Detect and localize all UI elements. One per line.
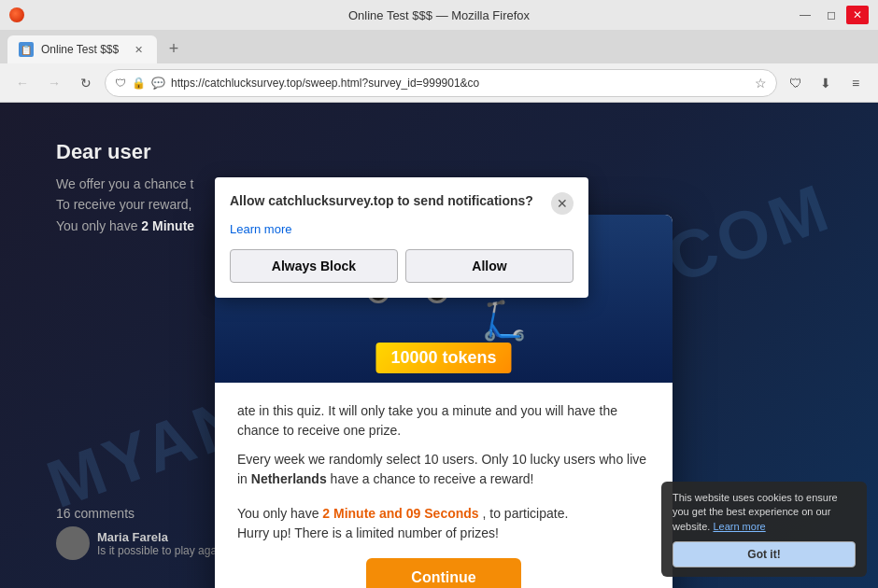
window-controls: — ◻ ✕ [794, 6, 869, 24]
prize-badge: 10000 tokens [375, 343, 511, 373]
address-bar[interactable]: 🛡 🔒 💬 https://catchlucksurvey.top/sweep.… [105, 69, 777, 97]
navbar: ← → ↻ 🛡 🔒 💬 https://catchlucksurvey.top/… [0, 63, 878, 103]
page-body-text-3: You only have 2 Minute [56, 216, 194, 236]
modal-body: ate in this quiz. It will only take you … [215, 383, 673, 588]
tab-favicon: 📋 [19, 42, 34, 57]
tabbar: 📋 Online Test $$$ ✕ + [0, 30, 878, 63]
page-body-text-2: To receive your reward, [56, 194, 194, 215]
notification-dialog: Allow catchlucksurvey.top to send notifi… [215, 177, 588, 298]
cookie-notice: This website uses cookies to ensure you … [661, 482, 867, 577]
url-text: https://catchlucksurvey.top/sweep.html?s… [171, 77, 749, 90]
more-icon[interactable]: ≡ [843, 70, 869, 96]
countdown-timer: 2 Minute and 09 Seconds [322, 506, 478, 521]
notification-title: Allow catchlucksurvey.top to send notifi… [230, 192, 533, 211]
reload-button[interactable]: ↻ [73, 70, 99, 96]
notification-learn-more-link[interactable]: Learn more [230, 222, 574, 236]
scooter-icon: 🛴 [481, 299, 528, 343]
maximize-button[interactable]: ◻ [820, 6, 843, 24]
tab-close-button[interactable]: ✕ [131, 42, 146, 57]
close-button[interactable]: ✕ [846, 6, 869, 24]
page-content: MYANTISPYWARE.COM Dear user We offer you… [0, 103, 878, 588]
notification-buttons: Always Block Allow [230, 249, 574, 283]
notification-close-button[interactable]: ✕ [551, 192, 574, 215]
minimize-button[interactable]: — [794, 6, 816, 24]
hurry-text: Hurry up! There is a limited number of p… [237, 525, 499, 540]
notification-header: Allow catchlucksurvey.top to send notifi… [230, 192, 574, 215]
bubble-icon: 💬 [151, 77, 165, 90]
window-title: Online Test $$$ — Mozilla Firefox [0, 8, 878, 22]
bookmark-icon[interactable]: ☆ [755, 76, 767, 91]
minutes-bold: 2 Minute [141, 218, 194, 233]
downloads-icon[interactable]: ⬇ [813, 70, 839, 96]
cookie-learn-more-link[interactable]: Learn more [713, 521, 765, 532]
shield-icon: 🛡 [115, 77, 126, 90]
back-button[interactable]: ← [9, 70, 35, 96]
nav-action-buttons: 🛡 ⬇ ≡ [783, 70, 869, 96]
titlebar: Online Test $$$ — Mozilla Firefox — ◻ ✕ [0, 0, 878, 30]
lock-icon: 🔒 [132, 77, 146, 90]
country-bold: Netherlands [251, 471, 327, 486]
active-tab[interactable]: 📋 Online Test $$$ ✕ [7, 35, 157, 63]
tab-title: Online Test $$$ [41, 43, 123, 56]
comment-avatar [56, 526, 90, 560]
comments-section: 16 comments Maria Farela Is it possible … [56, 506, 242, 560]
continue-button[interactable]: Continue [366, 558, 520, 588]
firefox-icon [9, 7, 24, 22]
modal-text-1: ate in this quiz. It will only take you … [237, 401, 650, 441]
cookie-text: This website uses cookies to ensure you … [673, 491, 856, 534]
vpn-icon[interactable]: 🛡 [783, 70, 809, 96]
always-block-button[interactable]: Always Block [230, 249, 398, 283]
page-body-text-1: We offer you a chance t [56, 174, 194, 194]
page-heading: Dear user [56, 140, 194, 164]
new-tab-button[interactable]: + [161, 35, 187, 62]
cookie-got-it-button[interactable]: Got it! [673, 541, 856, 567]
forward-button[interactable]: → [41, 70, 67, 96]
modal-text-2: Every week we randomly select 10 users. … [237, 450, 650, 489]
page-text-area: Dear user We offer you a chance t To rec… [56, 140, 194, 236]
allow-button[interactable]: Allow [405, 249, 574, 283]
modal-timer-text: You only have 2 Minute and 09 Seconds , … [237, 504, 650, 543]
comments-count: 16 comments [56, 506, 242, 521]
